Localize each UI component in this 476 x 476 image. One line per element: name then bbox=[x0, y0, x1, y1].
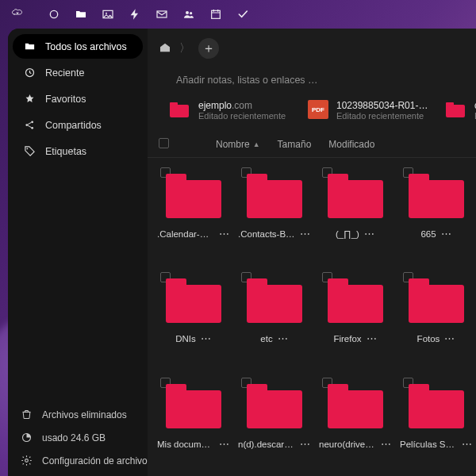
content-area: 〉 ＋ Añadir notas, listas o enlaces … eje… bbox=[148, 29, 476, 476]
trash-label: Archivos eliminados bbox=[42, 409, 127, 420]
more-actions-icon[interactable]: ⋯ bbox=[381, 440, 392, 448]
folder-label: Mis documen… bbox=[157, 440, 214, 449]
chevron-right-icon: 〉 bbox=[179, 41, 190, 56]
recommended-item[interactable]: ejemplo.com Editado recientemente bbox=[170, 100, 295, 121]
folder-icon bbox=[407, 278, 466, 324]
folder-tile[interactable]: n(d).descargas⋯ bbox=[236, 376, 313, 476]
folder-label: (_∏_) bbox=[336, 229, 359, 239]
folder-tile[interactable]: etc⋯ bbox=[236, 271, 313, 370]
more-actions-icon[interactable]: ⋯ bbox=[300, 440, 311, 448]
share-icon bbox=[24, 119, 36, 131]
more-actions-icon[interactable]: ⋯ bbox=[278, 335, 289, 343]
sidebar-storage[interactable]: usado 24.6 GB bbox=[8, 426, 148, 449]
column-size[interactable]: Tamaño bbox=[278, 139, 312, 150]
app-activity-icon[interactable] bbox=[129, 8, 141, 21]
folder-icon bbox=[245, 278, 304, 324]
app-contacts-icon[interactable] bbox=[182, 8, 195, 21]
sidebar-settings[interactable]: Configuración de archivos bbox=[8, 449, 148, 476]
recommended-item[interactable]: caminoi Editado bbox=[446, 100, 476, 121]
trash-icon bbox=[21, 409, 33, 420]
folder-tile[interactable]: Películas Stre…⋯ bbox=[398, 376, 474, 476]
folder-icon bbox=[326, 174, 385, 220]
svg-point-5 bbox=[190, 12, 192, 14]
sidebar-item-favorites[interactable]: Favoritos bbox=[13, 86, 143, 111]
more-actions-icon[interactable]: ⋯ bbox=[462, 440, 473, 448]
recommended-item[interactable]: PDF 10239885034-R01-E001….pdf Editado re… bbox=[308, 100, 433, 121]
new-button[interactable]: ＋ bbox=[198, 38, 219, 59]
sidebar-item-all-files[interactable]: Todos los archivos bbox=[13, 34, 143, 59]
list-header: Nombre▲ Tamaño Modificado bbox=[148, 132, 476, 158]
recommended-sub: Editado recientemente bbox=[198, 111, 286, 121]
svg-point-11 bbox=[27, 148, 29, 150]
notes-input[interactable]: Añadir notas, listas o enlaces … bbox=[148, 63, 476, 100]
more-actions-icon[interactable]: ⋯ bbox=[441, 230, 452, 238]
folder-icon bbox=[170, 100, 190, 117]
sidebar-item-label: Favoritos bbox=[45, 94, 86, 105]
app-dashboard-icon[interactable] bbox=[48, 8, 60, 21]
folder-tile[interactable]: DNIs⋯ bbox=[155, 271, 232, 370]
folder-icon bbox=[326, 278, 385, 324]
app-calendar-icon[interactable] bbox=[209, 8, 222, 21]
folder-label: neuro(drive)… bbox=[319, 440, 376, 449]
folder-label: Firefox bbox=[333, 334, 361, 344]
more-actions-icon[interactable]: ⋯ bbox=[444, 335, 455, 343]
more-actions-icon[interactable]: ⋯ bbox=[364, 230, 375, 238]
folder-tile[interactable]: Fotos⋯ bbox=[398, 271, 474, 370]
column-modified[interactable]: Modificado bbox=[328, 139, 374, 150]
folder-icon bbox=[245, 174, 304, 220]
storage-label: usado 24.6 GB bbox=[42, 432, 106, 443]
sidebar-item-tags[interactable]: Etiquetas bbox=[13, 139, 143, 163]
column-name[interactable]: Nombre▲ bbox=[216, 139, 260, 150]
sidebar-item-shared[interactable]: Compartidos bbox=[13, 113, 143, 137]
gear-icon bbox=[21, 455, 33, 466]
folder-icon bbox=[164, 174, 223, 220]
more-actions-icon[interactable]: ⋯ bbox=[300, 230, 311, 238]
recommended-row: ejemplo.com Editado recientemente PDF 10… bbox=[148, 100, 476, 132]
select-all-checkbox[interactable] bbox=[159, 138, 169, 148]
folder-tile[interactable]: neuro(drive)…⋯ bbox=[317, 376, 393, 476]
folder-tile[interactable]: (_∏_)⋯ bbox=[317, 166, 393, 266]
svg-rect-6 bbox=[212, 10, 221, 18]
folder-label: .Calendar-Backup bbox=[157, 229, 214, 239]
more-actions-icon[interactable]: ⋯ bbox=[219, 440, 230, 448]
more-actions-icon[interactable]: ⋯ bbox=[219, 230, 230, 238]
app-files-icon[interactable] bbox=[75, 8, 87, 21]
folder-label: etc bbox=[260, 334, 272, 344]
star-icon bbox=[24, 93, 36, 105]
folder-label: .Contacts-Backup bbox=[238, 229, 295, 239]
top-app-bar bbox=[0, 0, 476, 29]
folder-icon bbox=[407, 384, 466, 430]
app-mail-icon[interactable] bbox=[155, 8, 168, 21]
breadcrumb: 〉 ＋ bbox=[148, 29, 476, 63]
more-actions-icon[interactable]: ⋯ bbox=[201, 335, 212, 343]
sidebar-item-recent[interactable]: Reciente bbox=[13, 60, 143, 85]
settings-label: Configuración de archivos bbox=[42, 455, 152, 466]
folder-tile[interactable]: .Calendar-Backup⋯ bbox=[155, 166, 232, 266]
breadcrumb-home-icon[interactable] bbox=[159, 41, 171, 56]
svg-point-0 bbox=[50, 10, 57, 17]
recommended-name: 10239885034-R01-E001….pdf bbox=[336, 100, 433, 111]
svg-point-2 bbox=[106, 13, 107, 14]
pdf-icon: PDF bbox=[308, 100, 328, 119]
folder-icon bbox=[407, 174, 466, 220]
tag-icon bbox=[24, 145, 36, 157]
sidebar-item-label: Compartidos bbox=[45, 120, 102, 131]
more-actions-icon[interactable]: ⋯ bbox=[367, 335, 378, 343]
folder-label: Fotos bbox=[417, 334, 440, 344]
sidebar: Todos los archivos Reciente Favoritos Co… bbox=[8, 29, 148, 476]
app-photos-icon[interactable] bbox=[102, 8, 114, 21]
folder-tile[interactable]: .Contacts-Backup⋯ bbox=[236, 166, 313, 266]
folder-icon bbox=[446, 100, 466, 117]
folder-icon bbox=[326, 384, 385, 430]
folder-tile[interactable]: Mis documen…⋯ bbox=[155, 376, 232, 476]
svg-point-4 bbox=[186, 11, 189, 14]
folder-tile[interactable]: 665⋯ bbox=[398, 166, 474, 266]
folder-label: DNIs bbox=[175, 334, 196, 344]
files-app-window: Todos los archivos Reciente Favoritos Co… bbox=[8, 29, 476, 476]
app-tasks-icon[interactable] bbox=[236, 8, 249, 21]
file-grid: .Calendar-Backup⋯.Contacts-Backup⋯(_∏_)⋯… bbox=[148, 158, 476, 476]
svg-point-10 bbox=[31, 127, 33, 129]
sidebar-trash[interactable]: Archivos eliminados bbox=[8, 403, 148, 426]
svg-point-9 bbox=[31, 121, 33, 123]
folder-tile[interactable]: Firefox⋯ bbox=[317, 271, 393, 370]
